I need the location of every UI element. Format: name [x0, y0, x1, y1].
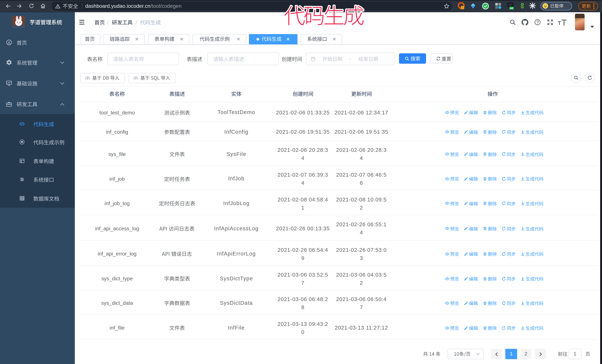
svg-text:1: 1: [462, 6, 463, 9]
svg-text:on: on: [510, 7, 513, 10]
